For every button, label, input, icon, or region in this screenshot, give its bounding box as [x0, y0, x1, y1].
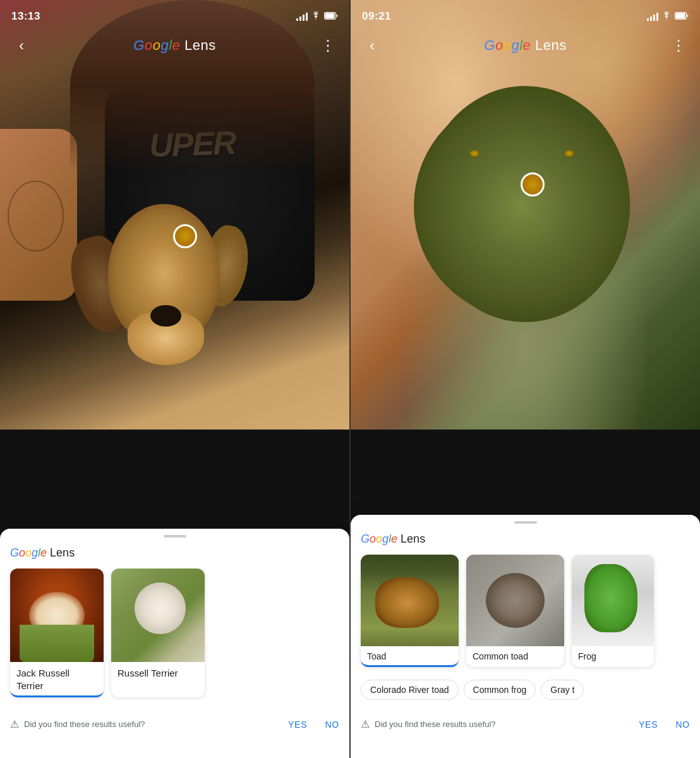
feedback-bar-right: ⚠ Did you find these results useful? YES… [351, 711, 700, 738]
feedback-bar-left: ⚠ Did you find these results useful? YES… [0, 711, 349, 738]
tshirt-graphic: UPER [69, 124, 315, 164]
more-button-right[interactable]: ⋮ [667, 34, 690, 57]
result-card-russell-terrier[interactable]: Russell Terrier [111, 568, 205, 697]
result-image-toad [361, 555, 459, 646]
right-phone: 09:21 [351, 0, 700, 758]
toad1-photo [361, 555, 459, 646]
app-bar-left: ‹ Google Lens ⋮ [0, 28, 349, 63]
camera-background-right [351, 0, 700, 430]
bottom-sheet-left: Google Lens Jack RussellTerrier Russell … [0, 529, 349, 758]
result-image-frog [572, 555, 654, 646]
camera-background-left: UPER [0, 0, 349, 430]
dog-results-row: Jack RussellTerrier Russell Terrier [0, 568, 349, 707]
battery-icon-left [324, 12, 338, 21]
feedback-yes-right[interactable]: YES [639, 719, 658, 730]
result-label-common-toad: Common toad [466, 646, 564, 665]
svg-rect-1 [325, 13, 335, 18]
back-button-right[interactable]: ‹ [361, 34, 383, 57]
dog1-photo [10, 568, 104, 662]
result-label-frog: Frog [572, 646, 654, 665]
chip-colorado[interactable]: Colorado River toad [361, 680, 459, 700]
app-title-right: Google Lens [484, 37, 566, 54]
feedback-text-left: Did you find these results useful? [24, 719, 283, 729]
battery-icon-right [675, 12, 689, 21]
focus-dot-left [173, 224, 197, 248]
google-text-right: Google [484, 37, 535, 53]
sheet-handle-left [164, 535, 186, 538]
result-card-common-toad[interactable]: Common toad [466, 555, 564, 667]
signal-icon-left [296, 12, 308, 21]
frog3-photo [572, 555, 654, 646]
dog-nose [150, 305, 181, 327]
wifi-icon-left [311, 11, 321, 21]
feedback-yes-left[interactable]: YES [288, 719, 307, 730]
status-bar-left: 13:13 [0, 0, 349, 28]
google-text-left: Google [133, 37, 184, 53]
toad-results-row: Toad Common toad Frog [351, 555, 700, 677]
result-image-jack-russell [10, 568, 104, 662]
chip-gray[interactable]: Gray t [541, 680, 584, 700]
dog2-photo [111, 568, 205, 662]
sheet-title-right: Google Lens [351, 532, 700, 555]
lens-text-left: Lens [184, 37, 216, 53]
feedback-text-right: Did you find these results useful? [375, 719, 634, 729]
feedback-no-left[interactable]: NO [325, 719, 339, 730]
sheet-lens-label-left: Lens [50, 546, 75, 559]
feedback-no-right[interactable]: NO [675, 719, 690, 730]
toad2-photo [466, 555, 564, 646]
bottom-sheet-right: Google Lens Toad Common toad [351, 515, 700, 758]
more-button-left[interactable]: ⋮ [317, 34, 339, 57]
status-bar-right: 09:21 [351, 0, 700, 28]
lens-text-right: Lens [535, 37, 567, 53]
result-card-toad[interactable]: Toad [361, 555, 459, 667]
toad-body-graphic [414, 95, 631, 318]
tshirt-text: UPER [148, 124, 236, 164]
status-time-left: 13:13 [11, 10, 40, 23]
chips-row-right: Colorado River toad Common frog Gray t [351, 677, 700, 707]
wifi-icon-right [661, 11, 672, 21]
status-icons-right [647, 11, 689, 21]
status-icons-left [296, 11, 338, 21]
result-image-russell-terrier [111, 568, 205, 662]
result-label-jack-russell: Jack RussellTerrier [10, 662, 104, 695]
camera-viewfinder-right [351, 0, 700, 430]
signal-icon-right [647, 12, 658, 21]
chip-common-frog[interactable]: Common frog [464, 680, 536, 700]
sheet-lens-label-right: Lens [401, 532, 425, 545]
feedback-icon-left: ⚠ [10, 718, 19, 730]
toad-eye-right [565, 150, 574, 157]
focus-dot-right [521, 172, 545, 196]
back-button-left[interactable]: ‹ [10, 34, 33, 57]
left-phone: UPER 13:13 [0, 0, 349, 758]
feedback-icon-right: ⚠ [361, 718, 370, 730]
arm-graphic [0, 129, 77, 301]
result-label-toad: Toad [361, 646, 459, 665]
camera-viewfinder-left: UPER [0, 0, 349, 430]
result-label-russell-terrier: Russell Terrier [111, 662, 205, 683]
result-card-jack-russell[interactable]: Jack RussellTerrier [10, 568, 104, 697]
sheet-title-left: Google Lens [0, 546, 349, 568]
app-title-left: Google Lens [133, 37, 215, 54]
result-card-frog[interactable]: Frog [572, 555, 654, 667]
app-bar-right: ‹ Google Lens ⋮ [351, 28, 700, 63]
dog-graphic [70, 193, 262, 408]
toad-eye-left [470, 150, 479, 157]
status-time-right: 09:21 [362, 10, 391, 23]
sheet-handle-right [514, 521, 537, 524]
result-image-common-toad [466, 555, 564, 646]
svg-rect-3 [676, 13, 685, 18]
